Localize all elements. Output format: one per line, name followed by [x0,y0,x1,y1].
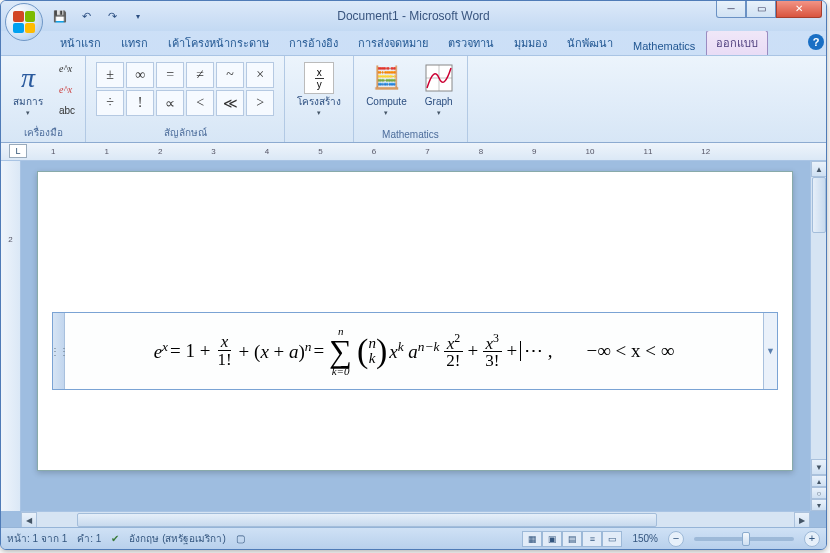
view-buttons: ▦ ▣ ▤ ≡ ▭ [522,531,622,547]
select-browse-icon[interactable]: ○ [811,487,826,499]
compute-button[interactable]: 🧮 Compute ▾ [360,58,413,121]
ruler-horizontal[interactable]: L 1123456789101112 [1,143,826,161]
equation-content[interactable]: ex = 1 + x1! + (x + a)n = n∑k=0 (nk) xk … [65,325,763,378]
proofing-icon[interactable]: ✔ [111,533,119,544]
symbol-equals[interactable]: = [156,62,184,88]
view-print-layout[interactable]: ▦ [522,531,542,547]
help-icon[interactable]: ? [808,34,824,50]
view-outline[interactable]: ≡ [582,531,602,547]
fraction-icon: xy [304,62,334,94]
zoom-thumb[interactable] [742,532,750,546]
tab-layout[interactable]: เค้าโครงหน้ากระดาษ [159,31,278,55]
view-web[interactable]: ▤ [562,531,582,547]
group-structures: xy โครงสร้าง ▾ [285,56,354,142]
group-symbols: ± ∞ = ≠ ~ × ÷ ! ∝ < ≪ > สัญลักษณ์ [86,56,285,142]
zoom-slider[interactable] [694,537,794,541]
status-words[interactable]: คำ: 1 [77,531,101,546]
tab-home[interactable]: หน้าแรก [51,31,110,55]
close-button[interactable]: ✕ [776,0,822,18]
tab-mathematics[interactable]: Mathematics [624,37,704,55]
tab-mailings[interactable]: การส่งจดหมาย [349,31,437,55]
zoom-out-button[interactable]: − [668,531,684,547]
view-fullscreen[interactable]: ▣ [542,531,562,547]
symbol-propto[interactable]: ∝ [156,90,184,116]
normal-text-button[interactable]: abc [55,100,79,120]
document-area: 2 ⋮⋮ ex = 1 + x1! + (x + a)n = n∑k=0 (nk… [1,161,826,527]
ribbon-tabs: หน้าแรก แทรก เค้าโครงหน้ากระดาษ การอ้างอ… [47,31,826,55]
pi-icon: π [21,62,35,94]
equation-handle[interactable]: ⋮⋮ [53,313,65,389]
equation-options-dropdown[interactable]: ▼ [763,313,777,389]
status-bar: หน้า: 1 จาก 1 คำ: 1 ✔ อังกฤษ (สหรัฐอเมริ… [1,527,826,549]
symbol-divide[interactable]: ÷ [96,90,124,116]
linear-button[interactable]: e^x [55,79,79,99]
symbol-tilde[interactable]: ~ [216,62,244,88]
next-page-icon[interactable]: ▾ [811,499,826,511]
symbol-greater[interactable]: > [246,90,274,116]
symbol-times[interactable]: × [246,62,274,88]
scrollbar-horizontal[interactable]: ◀ ▶ [21,511,810,527]
status-language[interactable]: อังกฤษ (สหรัฐอเมริกา) [129,531,225,546]
prev-page-icon[interactable]: ▴ [811,475,826,487]
window-controls: ─ ▭ ✕ [716,0,822,18]
page[interactable]: ⋮⋮ ex = 1 + x1! + (x + a)n = n∑k=0 (nk) … [37,171,793,471]
group-mathematics: 🧮 Compute ▾ Graph ▾ Mathematics [354,56,468,142]
structures-button[interactable]: xy โครงสร้าง ▾ [291,58,347,121]
text-cursor [520,341,521,361]
symbol-less[interactable]: < [186,90,214,116]
graph-button[interactable]: Graph ▾ [417,58,461,121]
group-tools: π สมการ ▾ e^x e^x abc เครื่องมือ [1,56,86,142]
view-draft[interactable]: ▭ [602,531,622,547]
scroll-left-icon[interactable]: ◀ [21,512,37,527]
symbol-notequal[interactable]: ≠ [186,62,214,88]
titlebar: 💾 ↶ ↷ ▾ Document1 - Microsoft Word ─ ▭ ✕ [1,1,826,31]
compute-icon: 🧮 [370,62,402,94]
tab-review[interactable]: ตรวจทาน [439,31,503,55]
window-title: Document1 - Microsoft Word [1,9,826,23]
office-button[interactable] [5,3,43,41]
scroll-up-icon[interactable]: ▲ [811,161,826,177]
equation-box[interactable]: ⋮⋮ ex = 1 + x1! + (x + a)n = n∑k=0 (nk) … [52,312,778,390]
ruler-vertical[interactable]: 2 [1,161,21,511]
minimize-button[interactable]: ─ [716,0,746,18]
zoom-level[interactable]: 150% [632,533,658,544]
status-page[interactable]: หน้า: 1 จาก 1 [7,531,67,546]
app-window: 💾 ↶ ↷ ▾ Document1 - Microsoft Word ─ ▭ ✕… [0,0,827,550]
symbol-infinity[interactable]: ∞ [126,62,154,88]
scroll-down-icon[interactable]: ▼ [811,459,826,475]
tab-insert[interactable]: แทรก [112,31,157,55]
scroll-thumb-vertical[interactable] [812,177,826,233]
macro-icon[interactable]: ▢ [236,533,245,544]
tab-selector[interactable]: L [9,144,27,158]
equation-button[interactable]: π สมการ ▾ [7,58,49,121]
symbol-plusminus[interactable]: ± [96,62,124,88]
scrollbar-vertical[interactable]: ▲ ▼ ▴ ○ ▾ [810,161,826,511]
zoom-in-button[interactable]: + [804,531,820,547]
symbol-muchless[interactable]: ≪ [216,90,244,116]
tab-developer[interactable]: นักพัฒนา [558,31,622,55]
graph-icon [423,62,455,94]
professional-button[interactable]: e^x [55,58,79,78]
tab-references[interactable]: การอ้างอิง [280,31,347,55]
scroll-thumb-horizontal[interactable] [77,513,657,527]
ribbon: π สมการ ▾ e^x e^x abc เครื่องมือ ± ∞ = ≠… [1,55,826,143]
tab-view[interactable]: มุมมอง [505,31,556,55]
scroll-right-icon[interactable]: ▶ [794,512,810,527]
symbol-factorial[interactable]: ! [126,90,154,116]
symbol-gallery: ± ∞ = ≠ ~ × ÷ ! ∝ < ≪ > [92,58,278,120]
tab-design[interactable]: ออกแบบ [706,30,768,55]
maximize-button[interactable]: ▭ [746,0,776,18]
